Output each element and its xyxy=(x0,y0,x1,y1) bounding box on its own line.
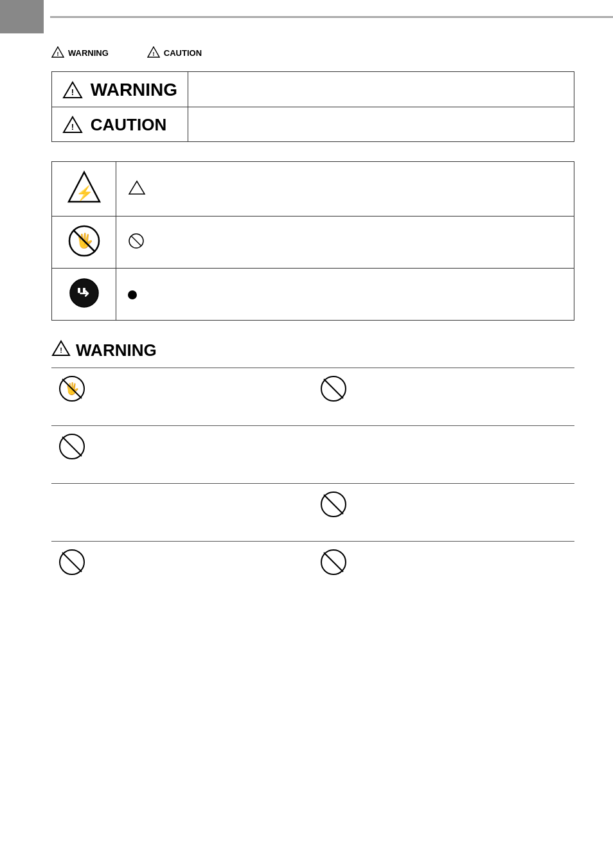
triangle-outline-icon xyxy=(128,180,146,195)
warning-item-7 xyxy=(51,541,313,599)
warning-item-3 xyxy=(51,425,313,483)
symbol-plug-icon-cell: ➜ xyxy=(52,268,116,320)
warning-item-5 xyxy=(51,483,313,541)
warning-item-2-icon xyxy=(319,375,568,407)
warning-section-title: ! WARNING xyxy=(51,340,574,361)
warning-label-item: ! WARNING xyxy=(51,46,109,60)
header-line xyxy=(50,16,613,18)
svg-text:!: ! xyxy=(60,346,62,354)
warning-item-1: 🖐 xyxy=(51,368,313,425)
svg-text:!: ! xyxy=(71,87,74,97)
warning-item-6 xyxy=(313,483,574,541)
lightning-triangle-icon: ⚡ xyxy=(66,170,102,206)
warning-item-8-icon xyxy=(319,548,568,580)
caution-triangle-icon: ! xyxy=(147,46,160,60)
caution-def-desc xyxy=(188,107,574,141)
svg-text:!: ! xyxy=(57,51,59,57)
warning-item-1-icon: 🖐 xyxy=(58,375,306,407)
svg-line-16 xyxy=(131,236,141,246)
svg-line-29 xyxy=(62,437,82,456)
svg-line-35 xyxy=(324,553,343,572)
warning-section: ! WARNING 🖐 xyxy=(51,340,574,599)
symbol-row-lightning: ⚡ xyxy=(52,161,574,216)
warning-def-label: ! WARNING xyxy=(52,72,188,107)
svg-text:⚡: ⚡ xyxy=(75,184,93,202)
caution-def-label: ! CAUTION xyxy=(52,107,188,141)
svg-marker-10 xyxy=(129,181,145,194)
hand-prohibit-icon: 🖐 xyxy=(67,224,101,258)
warning-label-text: WARNING xyxy=(68,48,109,58)
main-content: ! WARNING ! CAUTION xyxy=(0,33,613,624)
warning-item-8 xyxy=(313,541,574,599)
warning-item-7-icon xyxy=(58,548,306,580)
symbol-filled-circle-cell xyxy=(116,268,574,320)
symbol-row-plug: ➜ xyxy=(52,268,574,320)
svg-rect-20 xyxy=(83,288,85,293)
symbol-circle-slash-small-cell xyxy=(116,216,574,268)
table-row-caution: ! CAUTION xyxy=(52,107,574,141)
filled-circle-icon xyxy=(128,290,137,299)
warning-triangle-icon: ! xyxy=(51,46,64,60)
circle-slash-small-icon xyxy=(128,233,145,249)
caution-label-text: CAUTION xyxy=(164,48,202,58)
svg-line-31 xyxy=(324,495,343,514)
symbol-lightning-icon-cell: ⚡ xyxy=(52,161,116,216)
warning-item-3-icon xyxy=(58,432,306,465)
symbol-triangle-small-cell xyxy=(116,161,574,216)
svg-text:!: ! xyxy=(152,51,154,57)
symbol-table: ⚡ 🖐 xyxy=(51,161,574,321)
warning-def-desc xyxy=(188,72,574,107)
warning-section-triangle-icon: ! xyxy=(51,340,71,361)
warning-def-triangle-icon: ! xyxy=(62,78,91,98)
svg-line-27 xyxy=(324,379,343,398)
warning-item-6-icon xyxy=(319,490,568,522)
label-row: ! WARNING ! CAUTION xyxy=(51,46,574,60)
svg-text:!: ! xyxy=(71,122,74,132)
warning-items-grid: 🖐 xyxy=(51,368,574,599)
definition-table: ! WARNING ! CAUTION xyxy=(51,71,574,142)
warning-item-4 xyxy=(313,425,574,483)
table-row-warning: ! WARNING xyxy=(52,72,574,107)
caution-def-triangle-icon: ! xyxy=(62,114,91,134)
plug-circle-icon: ➜ xyxy=(66,276,102,310)
warning-item-2 xyxy=(313,368,574,425)
header-bar xyxy=(0,0,613,33)
caution-label-item: ! CAUTION xyxy=(147,46,202,60)
header-line-container xyxy=(44,0,613,33)
header-gray-block xyxy=(0,0,44,33)
svg-rect-19 xyxy=(78,288,80,293)
symbol-row-hand: 🖐 xyxy=(52,216,574,268)
symbol-hand-icon-cell: 🖐 xyxy=(52,216,116,268)
svg-line-33 xyxy=(62,553,82,572)
